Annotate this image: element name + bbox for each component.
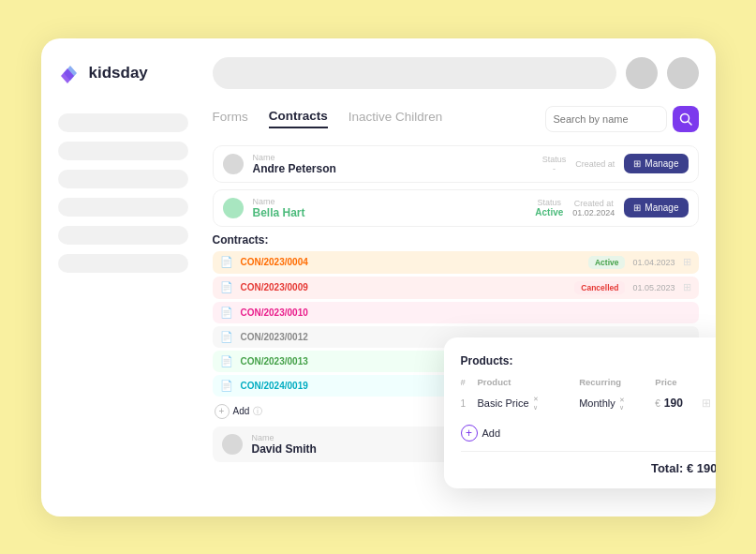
- sidebar-pill-2: [58, 142, 188, 160]
- search-button[interactable]: [673, 106, 699, 132]
- person-name-andre: Andre Peterson: [253, 162, 533, 175]
- person-name-bella: Bella Hart: [253, 206, 526, 219]
- person-info-andre: Name Andre Peterson: [253, 153, 533, 175]
- search-icon: [679, 112, 692, 126]
- david-avatar: [222, 434, 243, 455]
- contract-row-0004[interactable]: 📄 CON/2023/0004 Active 01.04.2023 ⊞: [213, 251, 699, 274]
- product-num: 1: [461, 392, 478, 415]
- products-table: # Product Recurring Price 1 Basic Price: [461, 377, 716, 415]
- contract-id-0010: CON/2023/0010: [241, 307, 691, 318]
- add-contract-label: Add: [233, 406, 250, 416]
- manage-label-bella: Manage: [645, 202, 678, 213]
- avatar-2: [667, 57, 699, 89]
- contract-row-0009[interactable]: 📄 CON/2023/0009 Cancelled 01.05.2023 ⊞: [213, 277, 699, 299]
- contract-date-0009: 01.05.2023: [632, 283, 674, 292]
- table-row: 1 Basic Price ✕ ∨: [461, 392, 716, 415]
- sidebar-pill-3: [58, 170, 188, 188]
- main-content: Forms Contracts Inactive Children Name A…: [205, 38, 716, 517]
- recurring-down[interactable]: ∨: [619, 404, 625, 411]
- app-name: kidsday: [89, 64, 148, 82]
- product-price: € 190: [655, 392, 701, 415]
- badge-active-0004: Active: [588, 256, 626, 269]
- contract-file-icon-green: 📄: [220, 355, 233, 367]
- topbar: [213, 57, 699, 89]
- contract-file-icon-pink: 📄: [220, 307, 233, 319]
- popup-total: Total: € 190: [461, 451, 716, 475]
- contract-id-0009: CON/2023/0009: [241, 282, 568, 292]
- contracts-label: Contracts:: [213, 233, 699, 247]
- sidebar-pill-5: [58, 226, 188, 245]
- nav-tabs: Forms Contracts Inactive Children: [213, 106, 699, 132]
- product-up-icon[interactable]: ✕: [533, 396, 539, 403]
- popup-add-icon: +: [461, 425, 478, 442]
- products-popup: Products: # Product Recurring Price 1: [444, 337, 716, 488]
- col-header-recurring: Recurring: [579, 377, 655, 392]
- manage-label: Manage: [645, 158, 678, 169]
- person-row-bella: Name Bella Hart Status Active Created at…: [213, 189, 699, 227]
- main-card: kidsday Forms Contracts Inactive Childre…: [41, 38, 716, 517]
- manage-icon: ⊞: [633, 158, 641, 169]
- manage-button-bella[interactable]: ⊞ Manage: [624, 198, 688, 217]
- price-value: 190: [664, 397, 683, 410]
- popup-title: Products:: [461, 354, 716, 367]
- person-row-andre: Name Andre Peterson Status - Created at …: [213, 145, 699, 183]
- bella-status-value: Active: [535, 207, 563, 217]
- person-status-value: -: [542, 164, 567, 173]
- popup-add-label: Add: [482, 427, 501, 439]
- tab-inactive-children[interactable]: Inactive Children: [348, 110, 443, 127]
- manage-button-andre[interactable]: ⊞ Manage: [624, 154, 688, 173]
- nav-search-area: [545, 106, 699, 132]
- manage-icon-bella: ⊞: [633, 202, 641, 213]
- person-created-label: Created at: [575, 159, 615, 169]
- person-status-andre: Status -: [542, 155, 567, 173]
- col-header-num: #: [461, 377, 478, 392]
- person-avatar-bella: [223, 198, 244, 218]
- contract-action-icon-0004: ⊞: [683, 256, 691, 268]
- delete-row-icon[interactable]: ⊞: [702, 397, 711, 410]
- sidebar-pill-4: [58, 198, 188, 217]
- contract-file-icon-orange: 📄: [220, 256, 233, 268]
- logo: kidsday: [58, 61, 188, 85]
- logo-icon: [58, 61, 82, 85]
- sidebar-pill-6: [58, 254, 188, 273]
- sidebar-pill-1: [58, 113, 188, 132]
- person-created-andre: Created at: [575, 159, 615, 169]
- product-down-icon[interactable]: ∨: [533, 404, 539, 412]
- bella-name-label: Name: [253, 197, 526, 206]
- recurring-cross[interactable]: ✕: [619, 397, 625, 403]
- bella-created-label: Created at: [572, 199, 615, 208]
- col-header-product: Product: [478, 377, 580, 392]
- tab-forms[interactable]: Forms: [213, 110, 248, 127]
- product-controls[interactable]: ✕ ∨: [533, 396, 539, 412]
- person-label-name: Name: [253, 153, 533, 162]
- product-name: Basic Price ✕ ∨: [478, 392, 580, 415]
- euro-sign: €: [655, 398, 660, 409]
- product-recurring: Monthly ✕ ∨: [579, 392, 655, 415]
- contract-file-icon-gray: 📄: [220, 331, 233, 343]
- svg-line-1: [688, 121, 691, 125]
- tab-contracts[interactable]: Contracts: [269, 109, 328, 128]
- add-contract-icon: +: [215, 404, 230, 419]
- contract-file-icon-teal: 📄: [220, 380, 233, 392]
- contract-id-0004: CON/2023/0004: [241, 257, 581, 267]
- badge-cancelled-0009: Cancelled: [574, 281, 625, 294]
- person-avatar-andre: [223, 154, 244, 174]
- person-status-bella: Status Active: [535, 198, 563, 217]
- avatar-1: [626, 57, 658, 89]
- contract-action-icon-0009: ⊞: [683, 281, 691, 293]
- add-info-icon: ⓘ: [253, 405, 262, 418]
- person-created-bella: Created at 01.02.2024: [572, 199, 615, 217]
- sidebar: kidsday: [41, 38, 205, 517]
- recurring-controls[interactable]: ✕ ∨: [619, 397, 625, 411]
- bella-created-value: 01.02.2024: [572, 208, 615, 217]
- topbar-search[interactable]: [213, 57, 616, 89]
- person-status-label: Status: [542, 155, 567, 164]
- contract-date-0004: 01.04.2023: [632, 258, 674, 267]
- contract-file-icon-red: 📄: [220, 281, 233, 293]
- col-header-price: Price: [655, 377, 701, 392]
- search-input[interactable]: [545, 106, 667, 132]
- popup-add-row[interactable]: + Add: [461, 425, 716, 442]
- bella-status-label: Status: [535, 198, 563, 207]
- contract-row-0010[interactable]: 📄 CON/2023/0010: [213, 302, 699, 323]
- person-info-bella: Name Bella Hart: [253, 197, 526, 219]
